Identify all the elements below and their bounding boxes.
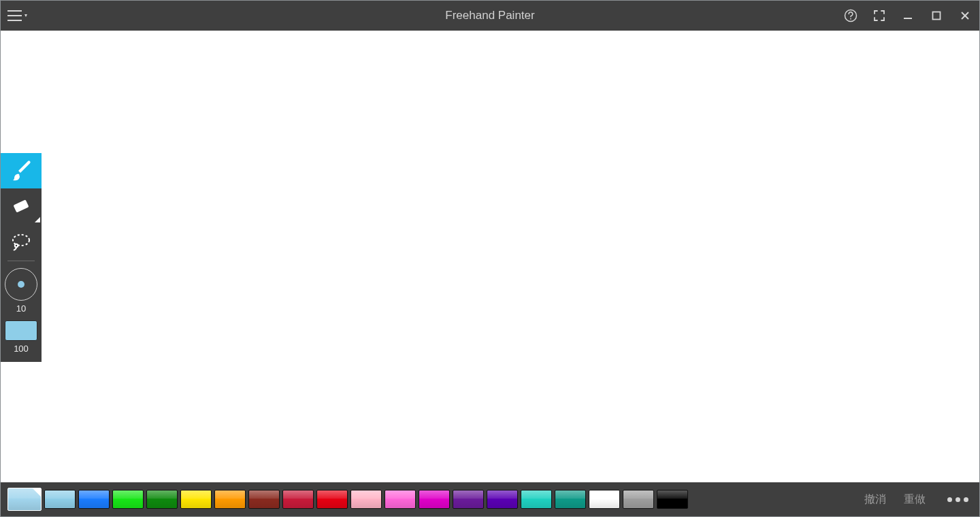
- color-swatch[interactable]: [180, 490, 212, 509]
- color-swatch[interactable]: [419, 490, 450, 509]
- minimize-icon: [902, 10, 913, 21]
- dots-icon: [956, 497, 960, 502]
- color-swatch[interactable]: [112, 490, 144, 509]
- maximize-button[interactable]: [922, 1, 951, 31]
- app-window: Freehand Painter: [0, 0, 980, 517]
- tool-eraser[interactable]: [1, 188, 42, 224]
- hamburger-icon: [7, 9, 27, 22]
- more-button[interactable]: [943, 495, 973, 505]
- brush-size-control[interactable]: 10: [1, 265, 42, 318]
- color-swatch[interactable]: [44, 490, 76, 509]
- color-swatch[interactable]: [282, 490, 314, 509]
- color-swatch[interactable]: [555, 490, 586, 509]
- brush-size-value: 10: [16, 303, 26, 314]
- maximize-icon: [931, 10, 942, 21]
- svg-point-5: [850, 18, 851, 20]
- svg-rect-10: [13, 199, 29, 212]
- drawing-canvas[interactable]: [1, 31, 979, 482]
- color-swatch[interactable]: [78, 490, 110, 509]
- color-swatch[interactable]: [521, 490, 552, 509]
- dots-icon: [964, 497, 968, 502]
- color-palette: [7, 488, 688, 511]
- color-swatch[interactable]: [385, 490, 416, 509]
- color-swatch[interactable]: [7, 488, 42, 511]
- color-swatch[interactable]: [453, 490, 484, 509]
- opacity-swatch: [5, 320, 37, 341]
- tool-lasso[interactable]: [1, 224, 42, 259]
- help-button[interactable]: [836, 1, 865, 31]
- window-controls: [836, 1, 979, 31]
- color-swatch[interactable]: [146, 490, 178, 509]
- brush-size-ring-icon: [5, 268, 37, 301]
- bottom-bar-actions: 撤消 重做: [864, 493, 973, 507]
- dots-icon: [947, 497, 952, 502]
- tool-brush[interactable]: [1, 153, 42, 188]
- close-button[interactable]: [951, 1, 979, 31]
- bottom-bar: 撤消 重做: [1, 482, 979, 516]
- toolbox-separator: [7, 261, 35, 261]
- undo-button[interactable]: 撤消: [864, 493, 886, 507]
- fullscreen-button[interactable]: [865, 1, 894, 31]
- minimize-button[interactable]: [894, 1, 922, 31]
- app-title: Freehand Painter: [1, 9, 979, 22]
- close-icon: [960, 10, 970, 21]
- help-icon: [844, 9, 858, 22]
- color-swatch[interactable]: [248, 490, 280, 509]
- toolbox: 10 100: [1, 153, 42, 362]
- fullscreen-icon: [873, 10, 885, 22]
- eraser-icon: [10, 195, 33, 218]
- color-swatch[interactable]: [623, 490, 654, 509]
- color-swatch[interactable]: [589, 490, 620, 509]
- color-swatch[interactable]: [316, 490, 348, 509]
- opacity-control[interactable]: 100: [1, 318, 42, 358]
- brush-size-dot-icon: [18, 281, 24, 288]
- lasso-icon: [10, 230, 33, 253]
- main-menu-button[interactable]: [1, 1, 33, 31]
- opacity-value: 100: [14, 344, 29, 354]
- workspace: 10 100: [1, 31, 979, 482]
- redo-button[interactable]: 重做: [904, 493, 926, 507]
- title-bar: Freehand Painter: [1, 1, 979, 31]
- color-swatch[interactable]: [214, 490, 246, 509]
- svg-point-12: [15, 244, 18, 247]
- brush-icon: [10, 159, 33, 182]
- expand-indicator-icon: [35, 217, 40, 222]
- svg-rect-7: [933, 12, 941, 20]
- svg-marker-3: [24, 14, 27, 17]
- color-swatch[interactable]: [350, 490, 382, 509]
- color-swatch[interactable]: [487, 490, 518, 509]
- color-swatch[interactable]: [657, 490, 688, 509]
